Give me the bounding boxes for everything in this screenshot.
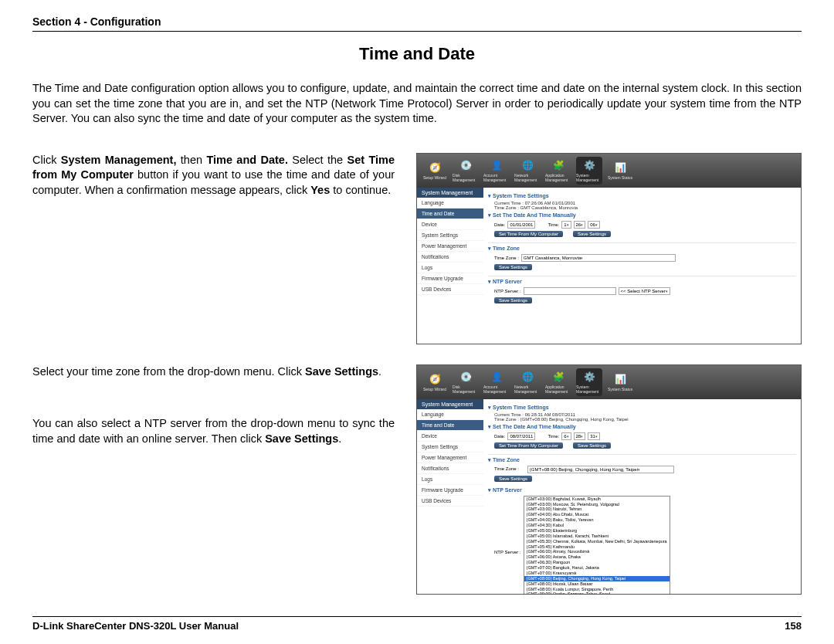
tz-option[interactable]: (GMT+05:45) Kathmandu — [524, 544, 670, 550]
time-min[interactable]: 26 — [574, 221, 586, 229]
time-min[interactable]: 28 — [574, 432, 586, 440]
nav-item-system-management[interactable]: ⚙️System Management — [576, 368, 602, 396]
tz-option[interactable]: (GMT+03:00) Moscow, St. Petersburg, Volg… — [524, 502, 670, 507]
sidebar-item-usb-devices[interactable]: USB Devices — [417, 496, 483, 507]
nav-item-application-management[interactable]: 🧩Application Management — [545, 157, 571, 185]
time-sec[interactable]: 31 — [588, 432, 600, 440]
tz-label: Time Zone : — [494, 256, 519, 260]
footer-left: D-Link ShareCenter DNS-320L User Manual — [32, 620, 239, 632]
tz-option[interactable]: (GMT+04:30) Kabul — [524, 523, 670, 528]
nav-item-setup-wizard[interactable]: 🧭Setup Wizard — [422, 368, 448, 396]
sidebar-item-power-management[interactable]: Power Management — [417, 241, 483, 252]
save-settings-button[interactable]: Save Settings — [494, 297, 532, 303]
section-ntp: NTP Server — [488, 487, 796, 493]
tz-option[interactable]: (GMT+05:00) Ekaterinburg — [524, 528, 670, 534]
tz-option[interactable]: (GMT+04:00) Abu Dhabi, Muscat — [524, 512, 670, 517]
ntp-label: NTP Server : — [494, 289, 521, 293]
sidebar-item-language[interactable]: Language — [417, 198, 483, 208]
sidebar-item-logs[interactable]: Logs — [417, 474, 483, 485]
nav-item-account-management[interactable]: 👤Account Management — [483, 368, 510, 396]
nav-item-system-status[interactable]: 📊System Status — [607, 157, 633, 185]
tz-option[interactable]: (GMT+09:00) Osaka, Sapporo, Tokyo, Seoul — [524, 591, 670, 594]
section-manual: Set The Date And Time Manually — [488, 212, 796, 219]
tz-option[interactable]: (GMT+06:00) Astana, Dhaka — [524, 554, 670, 560]
save-settings-button[interactable]: Save Settings — [573, 231, 611, 237]
sidebar-item-time-and-date[interactable]: Time and Date — [417, 208, 483, 219]
timezone-info: Time Zone : GMT Casablanca, Monrovia — [494, 205, 796, 210]
nav-item-disk-management[interactable]: 💽Disk Management — [453, 368, 479, 396]
tz-select[interactable]: GMT Casablanca, Monrovia — [521, 254, 676, 262]
tz-option[interactable]: (GMT+03:00) Baghdad, Kuwait, Riyadh — [524, 497, 670, 502]
nav-item-network-management[interactable]: 🌐Network Management — [514, 157, 541, 185]
timezone-info: Time Zone : (GMT+08:00) Beijing, Chongqi… — [494, 417, 796, 422]
tz-option[interactable]: (GMT+08:00) Kuala Lumpur, Singapore, Per… — [524, 587, 670, 592]
section-timezone: Time Zone — [488, 457, 796, 463]
set-from-computer-button[interactable]: Set Time From My Computer — [494, 442, 563, 449]
nav-item-application-management[interactable]: 🧩Application Management — [545, 368, 571, 396]
save-settings-button[interactable]: Save Settings — [573, 442, 611, 449]
save-settings-button[interactable]: Save Settings — [494, 476, 532, 482]
sidebar: System ManagementLanguageTime and DateDe… — [417, 399, 483, 595]
sidebar-head: System Management — [417, 188, 483, 198]
page-title: Time and Date — [32, 44, 802, 64]
screenshot-1: 🧭Setup Wizard💽Disk Management👤Account Ma… — [416, 153, 802, 344]
sidebar-item-language[interactable]: Language — [417, 409, 483, 420]
sidebar-item-notifications[interactable]: Notifications — [417, 252, 483, 263]
set-from-computer-button[interactable]: Set Time From My Computer — [494, 231, 563, 237]
intro-paragraph: The Time and Date configuration option a… — [32, 81, 802, 127]
sidebar-item-notifications[interactable]: Notifications — [417, 463, 483, 474]
sidebar-item-firmware-upgrade[interactable]: Firmware Upgrade — [417, 485, 483, 496]
sidebar-item-system-settings[interactable]: System Settings — [417, 230, 483, 241]
sidebar-item-device[interactable]: Device — [417, 431, 483, 442]
ntp-select[interactable]: << Select NTP Server — [619, 287, 670, 295]
nav-item-system-status[interactable]: 📊System Status — [607, 368, 633, 396]
date-input[interactable]: 08/07/2011 — [507, 432, 535, 440]
tz-option[interactable]: (GMT+03:00) Nairobi, Tehran — [524, 507, 670, 512]
sidebar-item-usb-devices[interactable]: USB Devices — [417, 284, 483, 295]
sidebar-item-time-and-date[interactable]: Time and Date — [417, 420, 483, 431]
sidebar-item-device[interactable]: Device — [417, 219, 483, 230]
ntp-input[interactable] — [524, 287, 616, 295]
tz-select[interactable]: (GMT+08:00) Beijing, Chongqing, Hong Kon… — [527, 466, 674, 473]
top-nav: 🧭Setup Wizard💽Disk Management👤Account Ma… — [417, 365, 801, 399]
section-ntp: NTP Server — [488, 279, 796, 285]
nav-item-account-management[interactable]: 👤Account Management — [483, 157, 510, 185]
nav-item-network-management[interactable]: 🌐Network Management — [514, 368, 541, 396]
sidebar-item-power-management[interactable]: Power Management — [417, 452, 483, 463]
sidebar-head: System Management — [417, 399, 483, 409]
tz-option[interactable]: (GMT+04:00) Baku, Tbilisi, Yerevan — [524, 517, 670, 523]
time-label: Time: — [548, 434, 559, 439]
screenshot-2: 🧭Setup Wizard💽Disk Management👤Account Ma… — [416, 364, 802, 595]
footer-page: 158 — [785, 620, 802, 632]
sidebar: System ManagementLanguageTime and DateDe… — [417, 188, 483, 310]
date-label: Date: — [494, 222, 505, 227]
sidebar-item-system-settings[interactable]: System Settings — [417, 442, 483, 452]
time-hour[interactable]: 1 — [561, 221, 571, 229]
nav-item-setup-wizard[interactable]: 🧭Setup Wizard — [422, 157, 448, 185]
time-sec[interactable]: 06 — [588, 221, 600, 229]
sidebar-item-firmware-upgrade[interactable]: Firmware Upgrade — [417, 273, 483, 284]
tz-dropdown-list[interactable]: (GMT+03:00) Baghdad, Kuwait, Riyadh(GMT+… — [524, 496, 670, 595]
tz-option[interactable]: (GMT+08:00) Irkutsk, Ulaan Bataar — [524, 581, 670, 587]
top-nav: 🧭Setup Wizard💽Disk Management👤Account Ma… — [417, 154, 801, 188]
nav-item-system-management[interactable]: ⚙️System Management — [576, 157, 602, 185]
tz-option[interactable]: (GMT+05:30) Chennai, Kolkata, Mumbai, Ne… — [524, 539, 670, 544]
section-system-time: System Time Settings — [488, 405, 796, 411]
tz-option[interactable]: (GMT+06:00) Almaty, Novosibirsk — [524, 549, 670, 554]
save-settings-button[interactable]: Save Settings — [494, 264, 532, 270]
tz-option[interactable]: (GMT+06:30) Rangoon — [524, 560, 670, 565]
nav-item-disk-management[interactable]: 💽Disk Management — [453, 157, 479, 185]
date-input[interactable]: 01/01/2001 — [507, 221, 535, 229]
ntp-label: NTP Server : — [494, 550, 521, 554]
tz-option[interactable]: (GMT+05:00) Islamabad, Karachi, Tashkent — [524, 534, 670, 539]
date-label: Date: — [494, 434, 505, 439]
time-hour[interactable]: 6 — [561, 432, 571, 440]
step2-step3-text: Select your time zone from the drop-down… — [32, 364, 395, 447]
section-manual: Set The Date And Time Manually — [488, 424, 796, 430]
tz-option[interactable]: (GMT+08:00) Beijing, Chongqing, Hong Kon… — [524, 576, 670, 581]
section-system-time: System Time Settings — [488, 193, 796, 199]
time-label: Time: — [548, 222, 559, 227]
sidebar-item-logs[interactable]: Logs — [417, 263, 483, 273]
tz-option[interactable]: (GMT+07:00) Bangkok, Hanoi, Jakarta — [524, 565, 670, 571]
tz-option[interactable]: (GMT+07:00) Krasnoyarsk — [524, 571, 670, 576]
